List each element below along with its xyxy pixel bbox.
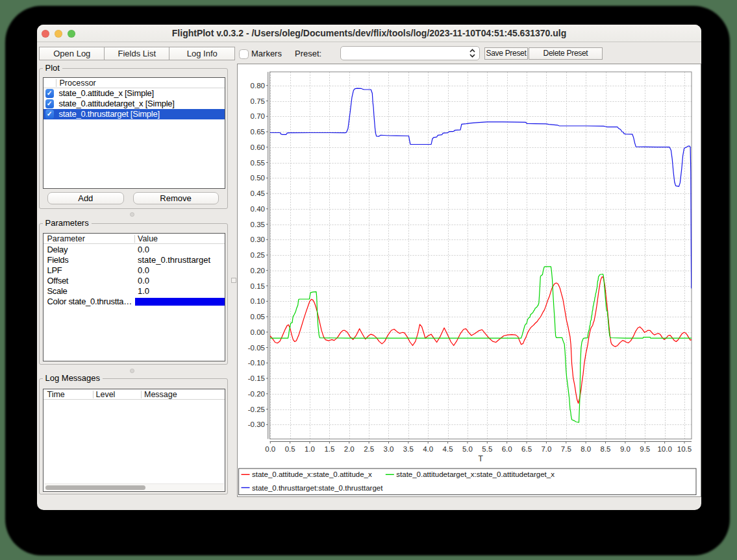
chart-panel[interactable]: 0.800.750.700.650.600.550.500.450.400.35…: [237, 64, 701, 497]
y-tick-label: 0.75: [251, 97, 265, 104]
y-tick-label: 0.45: [251, 189, 265, 197]
y-tick-label: 0.00: [251, 328, 265, 335]
y-tick-label: -0.30: [248, 420, 265, 428]
row-checkbox[interactable]: ✓: [45, 99, 55, 108]
processor-row[interactable]: ✓state_0.attitude_x [Simple]: [44, 88, 225, 99]
color-swatch[interactable]: [135, 298, 225, 306]
processor-row[interactable]: ✓state_0.thrusttarget [Simple]: [44, 109, 225, 119]
y-tick-label: 0.05: [251, 313, 265, 321]
x-tick-label: 7.5: [561, 445, 571, 453]
parameter-row[interactable]: LPF0.0: [44, 265, 225, 276]
log-table-header: Time Level Message: [44, 389, 225, 400]
parameter-name: Delay: [47, 245, 135, 255]
parameter-row[interactable]: Color state_0.thrustta…: [44, 297, 225, 307]
plot-group-title: Plot: [43, 63, 62, 73]
window-title: FlightPlot v.0.3.2 - /Users/oleg/Documen…: [37, 25, 701, 42]
y-tick-label: 0.50: [251, 174, 265, 182]
log-messages-group: Log Messages Time Level Message: [39, 378, 228, 494]
title-bar[interactable]: FlightPlot v.0.3.2 - /Users/oleg/Documen…: [37, 25, 701, 42]
splitter-grip-top[interactable]: [130, 212, 134, 217]
y-tick-label: -0.10: [248, 359, 265, 367]
y-tick-label: -0.05: [248, 343, 265, 351]
parameter-row[interactable]: Delay0.0: [44, 245, 225, 255]
y-tick-label: 0.80: [251, 81, 265, 89]
x-tick-label: 7.0: [541, 445, 551, 453]
level-column-header: Level: [96, 389, 116, 400]
fields-list-button[interactable]: Fields List: [105, 47, 169, 60]
y-tick-label: 0.55: [251, 158, 265, 166]
scrollbar-thumb[interactable]: [45, 485, 145, 490]
parameter-name: Offset: [47, 276, 135, 286]
x-tick-label: 2.5: [364, 445, 374, 453]
log-messages-table[interactable]: Time Level Message: [43, 389, 226, 492]
parameters-group-title: Parameters: [43, 218, 92, 228]
log-messages-group-title: Log Messages: [43, 373, 103, 383]
y-tick-label: 0.20: [251, 266, 265, 274]
y-tick-label: 0.40: [251, 204, 265, 212]
horizontal-scrollbar[interactable]: [44, 483, 225, 491]
value-column-header: Value: [138, 234, 158, 244]
header-divider: [93, 391, 94, 398]
header-divider: [141, 391, 142, 398]
x-tick-label: 1.5: [324, 445, 334, 453]
legend-label: state_0.attitude_x:state_0.attitude_x: [252, 470, 372, 478]
delete-preset-button[interactable]: Delete Preset: [529, 47, 603, 60]
x-tick-label: 6.0: [502, 445, 512, 453]
x-tick-label: 3.0: [383, 445, 393, 453]
x-tick-label: 5.0: [462, 445, 473, 453]
y-tick-label: 0.30: [251, 236, 265, 243]
x-tick-label: 10.5: [677, 445, 692, 453]
parameter-value[interactable]: 0.0: [138, 245, 149, 255]
parameter-value[interactable]: 0.0: [138, 276, 149, 286]
header-divider: [56, 79, 56, 87]
parameter-value[interactable]: 0.0: [138, 265, 149, 276]
x-tick-label: 3.5: [403, 445, 414, 453]
vertical-splitter-grip[interactable]: [231, 278, 236, 283]
x-axis-label: T: [479, 454, 484, 463]
x-tick-label: 0.5: [285, 445, 295, 453]
x-tick-label: 8.5: [601, 445, 611, 453]
log-info-button[interactable]: Log Info: [169, 47, 234, 60]
time-column-header: Time: [47, 389, 65, 400]
x-tick-label: 4.5: [443, 445, 453, 453]
parameter-row[interactable]: Scale1.0: [44, 286, 225, 297]
add-button[interactable]: Add: [47, 192, 124, 204]
row-checkbox[interactable]: ✓: [45, 89, 55, 98]
splitter-grip-bottom[interactable]: [130, 369, 134, 373]
legend-label: state_0.thrusttarget:state_0.thrusttarge…: [252, 483, 383, 491]
save-preset-button[interactable]: Save Preset: [484, 47, 528, 60]
parameter-row[interactable]: Fieldsstate_0.thrusttarget: [44, 255, 225, 265]
x-tick-label: 2.0: [344, 445, 355, 453]
y-tick-label: -0.20: [248, 389, 265, 397]
flight-data-chart[interactable]: 0.800.750.700.650.600.550.500.450.400.35…: [237, 64, 701, 497]
y-tick-label: 0.15: [251, 282, 265, 289]
parameter-name: Fields: [47, 255, 135, 265]
legend-label: state_0.attitudetarget_x:state_0.attitud…: [396, 470, 555, 478]
markers-checkbox[interactable]: [239, 49, 249, 60]
flightplot-window: FlightPlot v.0.3.2 - /Users/oleg/Documen…: [37, 25, 701, 510]
parameter-name: Scale: [47, 286, 135, 297]
desktop-background: FlightPlot v.0.3.2 - /Users/oleg/Documen…: [0, 0, 737, 560]
plot-group: Plot Processor ✓state_0.attitude_x [Simp…: [39, 68, 228, 209]
x-tick-label: 0.0: [265, 445, 275, 453]
y-tick-label: 0.70: [251, 112, 265, 120]
markers-label: Markers: [251, 49, 282, 59]
preset-label: Preset:: [295, 49, 321, 59]
row-checkbox[interactable]: ✓: [45, 110, 55, 119]
x-tick-label: 10.0: [657, 445, 671, 453]
processor-row[interactable]: ✓state_0.attitudetarget_x [Simple]: [44, 99, 225, 109]
processor-table[interactable]: Processor ✓state_0.attitude_x [Simple]✓s…: [43, 77, 226, 189]
message-column-header: Message: [144, 389, 177, 400]
y-tick-label: -0.15: [248, 374, 265, 382]
combobox-stepper-icon[interactable]: [468, 47, 477, 60]
preset-combobox[interactable]: [340, 46, 481, 60]
open-log-button[interactable]: Open Log: [40, 47, 105, 60]
parameter-row[interactable]: Offset0.0: [44, 276, 225, 286]
parameters-table[interactable]: Parameter Value Delay0.0Fieldsstate_0.th…: [43, 233, 226, 362]
y-tick-label: -0.25: [248, 405, 265, 413]
parameter-value[interactable]: 1.0: [138, 286, 149, 297]
x-tick-label: 5.5: [482, 445, 492, 453]
parameter-value[interactable]: state_0.thrusttarget: [138, 255, 210, 265]
remove-button[interactable]: Remove: [133, 192, 219, 204]
x-tick-label: 1.0: [305, 445, 315, 453]
